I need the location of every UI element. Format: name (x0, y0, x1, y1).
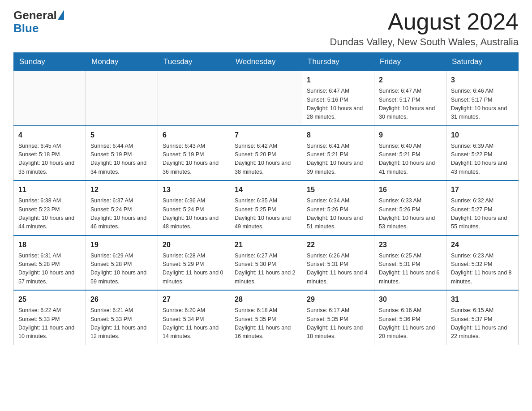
day-number: 11 (18, 184, 81, 195)
day-number: 2 (379, 75, 442, 86)
day-info: Sunrise: 6:21 AMSunset: 5:33 PMDaylight:… (90, 306, 153, 341)
calendar-cell: 5Sunrise: 6:44 AMSunset: 5:19 PMDaylight… (86, 126, 158, 181)
calendar-cell: 1Sunrise: 6:47 AMSunset: 5:16 PMDaylight… (302, 71, 374, 126)
calendar-cell: 14Sunrise: 6:35 AMSunset: 5:25 PMDayligh… (230, 180, 302, 235)
calendar-cell: 11Sunrise: 6:38 AMSunset: 5:23 PMDayligh… (14, 180, 86, 235)
calendar-cell: 6Sunrise: 6:43 AMSunset: 5:19 PMDaylight… (158, 126, 230, 181)
calendar-cell: 22Sunrise: 6:26 AMSunset: 5:31 PMDayligh… (302, 235, 374, 291)
day-info: Sunrise: 6:37 AMSunset: 5:24 PMDaylight:… (90, 197, 153, 231)
calendar-cell: 2Sunrise: 6:47 AMSunset: 5:17 PMDaylight… (374, 71, 446, 126)
day-info: Sunrise: 6:35 AMSunset: 5:25 PMDaylight:… (235, 197, 297, 231)
day-info: Sunrise: 6:32 AMSunset: 5:27 PMDaylight:… (451, 197, 514, 231)
day-number: 15 (307, 184, 369, 195)
day-info: Sunrise: 6:34 AMSunset: 5:26 PMDaylight:… (307, 197, 369, 231)
calendar-cell: 21Sunrise: 6:27 AMSunset: 5:30 PMDayligh… (230, 235, 302, 291)
logo-general-text: General (13, 9, 57, 22)
calendar-cell: 4Sunrise: 6:45 AMSunset: 5:18 PMDaylight… (14, 126, 86, 181)
day-info: Sunrise: 6:47 AMSunset: 5:16 PMDaylight:… (307, 87, 369, 122)
calendar-cell: 10Sunrise: 6:39 AMSunset: 5:22 PMDayligh… (446, 126, 519, 181)
week-row-4: 18Sunrise: 6:31 AMSunset: 5:28 PMDayligh… (14, 235, 519, 291)
calendar-cell: 7Sunrise: 6:42 AMSunset: 5:20 PMDaylight… (230, 126, 302, 181)
day-info: Sunrise: 6:39 AMSunset: 5:22 PMDaylight:… (451, 142, 514, 177)
weekday-header-wednesday: Wednesday (230, 53, 302, 71)
page-header: General Blue August 2024 Dundas Valley, … (13, 9, 519, 48)
day-number: 9 (379, 130, 442, 141)
location-subtitle: Dundas Valley, New South Wales, Australi… (330, 36, 519, 48)
day-info: Sunrise: 6:23 AMSunset: 5:32 PMDaylight:… (451, 252, 514, 287)
calendar-cell: 8Sunrise: 6:41 AMSunset: 5:21 PMDaylight… (302, 126, 374, 181)
day-number: 19 (90, 240, 153, 250)
day-info: Sunrise: 6:25 AMSunset: 5:31 PMDaylight:… (379, 252, 442, 287)
day-number: 7 (235, 130, 297, 141)
day-info: Sunrise: 6:26 AMSunset: 5:31 PMDaylight:… (307, 252, 369, 287)
day-number: 5 (90, 130, 153, 141)
weekday-header-thursday: Thursday (302, 53, 374, 71)
day-info: Sunrise: 6:16 AMSunset: 5:36 PMDaylight:… (379, 306, 442, 341)
day-number: 24 (451, 240, 514, 250)
week-row-2: 4Sunrise: 6:45 AMSunset: 5:18 PMDaylight… (14, 126, 519, 181)
day-number: 21 (235, 240, 297, 250)
calendar-cell: 31Sunrise: 6:15 AMSunset: 5:37 PMDayligh… (446, 290, 519, 345)
day-info: Sunrise: 6:28 AMSunset: 5:29 PMDaylight:… (163, 252, 225, 287)
day-number: 30 (379, 294, 442, 305)
logo-blue-text: Blue (13, 22, 39, 35)
logo-triangle-icon (58, 10, 64, 20)
calendar-cell: 23Sunrise: 6:25 AMSunset: 5:31 PMDayligh… (374, 235, 446, 291)
calendar-cell: 12Sunrise: 6:37 AMSunset: 5:24 PMDayligh… (86, 180, 158, 235)
calendar-cell: 9Sunrise: 6:40 AMSunset: 5:21 PMDaylight… (374, 126, 446, 181)
week-row-5: 25Sunrise: 6:22 AMSunset: 5:33 PMDayligh… (14, 290, 519, 345)
day-info: Sunrise: 6:47 AMSunset: 5:17 PMDaylight:… (379, 87, 442, 122)
calendar-cell: 13Sunrise: 6:36 AMSunset: 5:24 PMDayligh… (158, 180, 230, 235)
logo: General Blue (13, 9, 64, 34)
day-number: 6 (163, 130, 225, 141)
day-number: 28 (235, 294, 297, 305)
day-number: 26 (90, 294, 153, 305)
day-info: Sunrise: 6:40 AMSunset: 5:21 PMDaylight:… (379, 142, 442, 177)
weekday-header-monday: Monday (86, 53, 158, 71)
day-info: Sunrise: 6:31 AMSunset: 5:28 PMDaylight:… (18, 252, 81, 287)
month-year-title: August 2024 (330, 9, 519, 34)
calendar-cell: 16Sunrise: 6:33 AMSunset: 5:26 PMDayligh… (374, 180, 446, 235)
calendar-cell: 26Sunrise: 6:21 AMSunset: 5:33 PMDayligh… (86, 290, 158, 345)
calendar-cell: 25Sunrise: 6:22 AMSunset: 5:33 PMDayligh… (14, 290, 86, 345)
week-row-1: 1Sunrise: 6:47 AMSunset: 5:16 PMDaylight… (14, 71, 519, 126)
day-info: Sunrise: 6:29 AMSunset: 5:28 PMDaylight:… (90, 252, 153, 287)
day-info: Sunrise: 6:44 AMSunset: 5:19 PMDaylight:… (90, 142, 153, 177)
day-info: Sunrise: 6:38 AMSunset: 5:23 PMDaylight:… (18, 197, 81, 231)
day-number: 29 (307, 294, 369, 305)
week-row-3: 11Sunrise: 6:38 AMSunset: 5:23 PMDayligh… (14, 180, 519, 235)
calendar-cell (230, 71, 302, 126)
day-info: Sunrise: 6:20 AMSunset: 5:34 PMDaylight:… (163, 306, 225, 341)
day-number: 14 (235, 184, 297, 195)
day-info: Sunrise: 6:17 AMSunset: 5:35 PMDaylight:… (307, 306, 369, 341)
day-number: 22 (307, 240, 369, 250)
day-info: Sunrise: 6:41 AMSunset: 5:21 PMDaylight:… (307, 142, 369, 177)
title-area: August 2024 Dundas Valley, New South Wal… (330, 9, 519, 48)
calendar-table: SundayMondayTuesdayWednesdayThursdayFrid… (13, 52, 519, 345)
day-number: 16 (379, 184, 442, 195)
day-number: 8 (307, 130, 369, 141)
day-info: Sunrise: 6:18 AMSunset: 5:35 PMDaylight:… (235, 306, 297, 341)
day-info: Sunrise: 6:46 AMSunset: 5:17 PMDaylight:… (451, 87, 514, 122)
day-info: Sunrise: 6:22 AMSunset: 5:33 PMDaylight:… (18, 306, 81, 341)
weekday-header-saturday: Saturday (446, 53, 519, 71)
calendar-cell: 20Sunrise: 6:28 AMSunset: 5:29 PMDayligh… (158, 235, 230, 291)
weekday-header-friday: Friday (374, 53, 446, 71)
day-number: 20 (163, 240, 225, 250)
day-number: 25 (18, 294, 81, 305)
day-number: 18 (18, 240, 81, 250)
calendar-cell: 24Sunrise: 6:23 AMSunset: 5:32 PMDayligh… (446, 235, 519, 291)
calendar-cell: 27Sunrise: 6:20 AMSunset: 5:34 PMDayligh… (158, 290, 230, 345)
day-info: Sunrise: 6:42 AMSunset: 5:20 PMDaylight:… (235, 142, 297, 177)
calendar-cell: 3Sunrise: 6:46 AMSunset: 5:17 PMDaylight… (446, 71, 519, 126)
day-number: 1 (307, 75, 369, 86)
calendar-cell (14, 71, 86, 126)
calendar-cell: 17Sunrise: 6:32 AMSunset: 5:27 PMDayligh… (446, 180, 519, 235)
day-number: 12 (90, 184, 153, 195)
day-info: Sunrise: 6:45 AMSunset: 5:18 PMDaylight:… (18, 142, 81, 177)
weekday-header-row: SundayMondayTuesdayWednesdayThursdayFrid… (14, 53, 519, 71)
weekday-header-sunday: Sunday (14, 53, 86, 71)
day-number: 13 (163, 184, 225, 195)
day-number: 27 (163, 294, 225, 305)
calendar-cell: 19Sunrise: 6:29 AMSunset: 5:28 PMDayligh… (86, 235, 158, 291)
